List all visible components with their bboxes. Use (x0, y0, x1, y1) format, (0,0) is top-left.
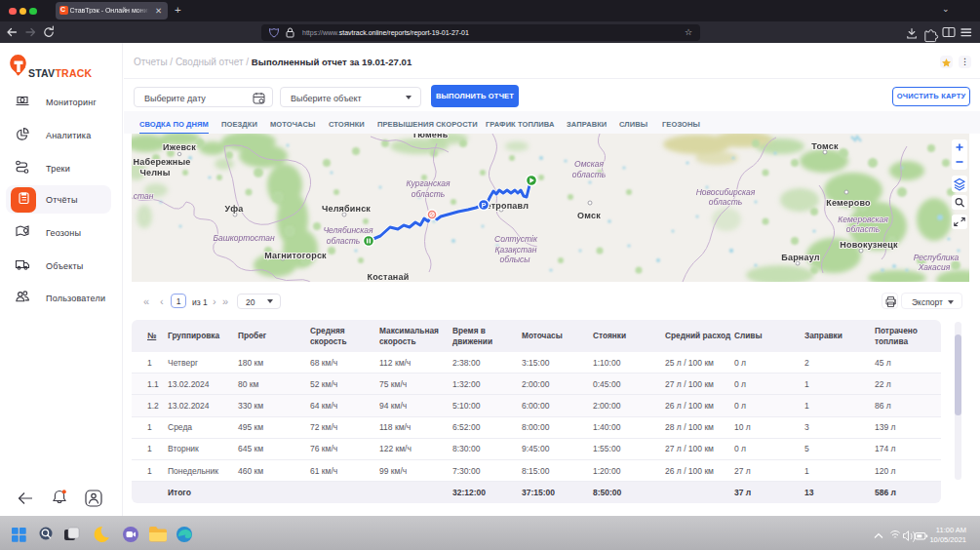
svg-text:Ижевск: Ижевск (163, 142, 196, 152)
svg-text:стан: стан (134, 191, 154, 201)
svg-text:Набережные: Набережные (134, 157, 191, 167)
svg-text:Новосибирская: Новосибирская (696, 187, 756, 197)
svg-text:Республика: Республика (914, 253, 960, 262)
svg-text:область: область (412, 189, 446, 199)
svg-text:Омск: Омск (577, 211, 601, 220)
svg-text:область: область (572, 170, 607, 179)
svg-text:Барнаул: Барнаул (781, 253, 819, 262)
svg-text:P: P (482, 202, 487, 209)
svg-text:Кемерово: Кемерово (826, 198, 871, 208)
svg-text:Челябинск: Челябинск (322, 204, 371, 214)
svg-text:Магнитогорск: Магнитогорск (264, 251, 327, 260)
svg-text:Омская: Омская (574, 159, 604, 169)
svg-text:TRACK: TRACK (56, 67, 93, 79)
svg-text:облысы: облысы (500, 255, 531, 264)
svg-text:Тюмень: Тюмень (412, 134, 449, 139)
svg-text:Костанай: Костанай (368, 272, 410, 282)
svg-text:область: область (327, 236, 361, 246)
svg-text:STAV: STAV (28, 67, 55, 79)
svg-text:область: область (846, 224, 881, 234)
svg-text:Челны: Челны (139, 168, 170, 177)
svg-text:Томск: Томск (811, 141, 839, 151)
svg-text:Новокузнецк: Новокузнецк (840, 240, 898, 250)
svg-text:Солтустік: Солтустік (494, 234, 538, 244)
svg-text:Уфа: Уфа (224, 204, 244, 214)
svg-text:Қазақстан: Қазақстан (495, 245, 537, 255)
svg-text:Челябинская: Челябинская (323, 225, 373, 235)
svg-text:Башкортостан: Башкортостан (213, 233, 274, 243)
svg-text:Хакасия: Хакасия (918, 262, 951, 272)
svg-text:Кемеровская: Кемеровская (838, 215, 888, 224)
svg-text:Курганская: Курганская (407, 178, 451, 188)
svg-text:область: область (709, 197, 743, 207)
